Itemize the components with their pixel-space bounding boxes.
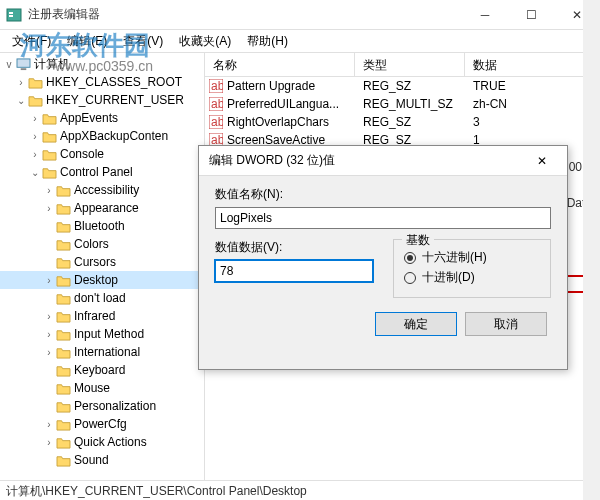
tree-label: Sound bbox=[74, 453, 109, 467]
expander-icon[interactable]: › bbox=[42, 347, 56, 358]
tree-label: International bbox=[74, 345, 140, 359]
tree-item[interactable]: Sound bbox=[0, 451, 204, 469]
menu-view[interactable]: 查看(V) bbox=[115, 31, 171, 52]
tree-label: Input Method bbox=[74, 327, 144, 341]
expander-icon[interactable]: › bbox=[42, 275, 56, 286]
tree-item[interactable]: ⌄Control Panel bbox=[0, 163, 204, 181]
radio-icon bbox=[404, 252, 416, 264]
tree-item[interactable]: ›Quick Actions bbox=[0, 433, 204, 451]
cancel-button[interactable]: 取消 bbox=[465, 312, 547, 336]
expander-icon[interactable]: › bbox=[42, 203, 56, 214]
tree-label: Bluetooth bbox=[74, 219, 125, 233]
value-row[interactable]: abRightOverlapCharsREG_SZ3 bbox=[205, 113, 600, 131]
tree-label: Control Panel bbox=[60, 165, 133, 179]
expander-icon[interactable]: › bbox=[42, 329, 56, 340]
ok-button[interactable]: 确定 bbox=[375, 312, 457, 336]
svg-text:ab: ab bbox=[211, 79, 223, 93]
value-type: REG_SZ bbox=[355, 79, 465, 93]
tree-label: Console bbox=[60, 147, 104, 161]
tree-item[interactable]: don't load bbox=[0, 289, 204, 307]
tree-label: Desktop bbox=[74, 273, 118, 287]
dialog-title: 编辑 DWORD (32 位)值 bbox=[209, 152, 527, 169]
tree-item[interactable]: Personalization bbox=[0, 397, 204, 415]
expander-icon[interactable]: › bbox=[28, 131, 42, 142]
tree-label: Keyboard bbox=[74, 363, 125, 377]
radio-hex[interactable]: 十六进制(H) bbox=[404, 249, 540, 266]
expander-icon[interactable]: ⌄ bbox=[28, 167, 42, 178]
tree-label: Infrared bbox=[74, 309, 115, 323]
tree-label: Appearance bbox=[74, 201, 139, 215]
tree-item[interactable]: ›Desktop bbox=[0, 271, 204, 289]
dialog-titlebar[interactable]: 编辑 DWORD (32 位)值 ✕ bbox=[199, 146, 567, 176]
menu-file[interactable]: 文件(F) bbox=[4, 31, 59, 52]
edit-dword-dialog: 编辑 DWORD (32 位)值 ✕ 数值名称(N): 数值数据(V): 基数 … bbox=[198, 145, 568, 370]
expander-icon[interactable]: › bbox=[42, 185, 56, 196]
col-data[interactable]: 数据 bbox=[465, 53, 600, 76]
expander-icon[interactable]: ⌄ bbox=[14, 95, 28, 106]
maximize-button[interactable]: ☐ bbox=[508, 0, 554, 30]
tree-label: Accessibility bbox=[74, 183, 139, 197]
tree-item[interactable]: ›AppEvents bbox=[0, 109, 204, 127]
tree-item[interactable]: ›AppXBackupConten bbox=[0, 127, 204, 145]
tree-label: Cursors bbox=[74, 255, 116, 269]
svg-rect-2 bbox=[9, 15, 13, 17]
base-legend: 基数 bbox=[402, 232, 434, 249]
expander-icon[interactable]: v bbox=[2, 59, 16, 70]
value-row[interactable]: abPreferredUILangua...REG_MULTI_SZzh-CN bbox=[205, 95, 600, 113]
tree-item[interactable]: ›HKEY_CLASSES_ROOT bbox=[0, 73, 204, 91]
value-data: zh-CN bbox=[465, 97, 600, 111]
tree-item[interactable]: ›Accessibility bbox=[0, 181, 204, 199]
value-name-input[interactable] bbox=[215, 207, 551, 229]
menu-help[interactable]: 帮助(H) bbox=[239, 31, 296, 52]
expander-icon[interactable]: › bbox=[42, 437, 56, 448]
tree-item[interactable]: ⌄HKEY_CURRENT_USER bbox=[0, 91, 204, 109]
tree-label: 计算机 bbox=[34, 56, 70, 73]
tree-item[interactable]: Colors bbox=[0, 235, 204, 253]
expander-icon[interactable]: › bbox=[42, 311, 56, 322]
tree-item[interactable]: ›Input Method bbox=[0, 325, 204, 343]
value-name: RightOverlapChars bbox=[227, 115, 329, 129]
tree-label: AppEvents bbox=[60, 111, 118, 125]
dialog-close-button[interactable]: ✕ bbox=[527, 154, 557, 168]
value-data: TRUE bbox=[465, 79, 600, 93]
expander-icon[interactable]: › bbox=[14, 77, 28, 88]
status-path: 计算机\HKEY_CURRENT_USER\Control Panel\Desk… bbox=[6, 484, 307, 498]
col-type[interactable]: 类型 bbox=[355, 53, 465, 76]
tree-item[interactable]: ›PowerCfg bbox=[0, 415, 204, 433]
tree-item[interactable]: Bluetooth bbox=[0, 217, 204, 235]
col-name[interactable]: 名称 bbox=[205, 53, 355, 76]
tree-label: Quick Actions bbox=[74, 435, 147, 449]
tree-item[interactable]: ›Appearance bbox=[0, 199, 204, 217]
tree-label: Colors bbox=[74, 237, 109, 251]
tree-item[interactable]: Cursors bbox=[0, 253, 204, 271]
minimize-button[interactable]: ─ bbox=[462, 0, 508, 30]
radio-icon bbox=[404, 272, 416, 284]
value-name: Pattern Upgrade bbox=[227, 79, 315, 93]
svg-rect-4 bbox=[21, 68, 27, 70]
svg-text:ab: ab bbox=[211, 97, 223, 111]
tree-root[interactable]: v 计算机 bbox=[0, 55, 204, 73]
radio-dec[interactable]: 十进制(D) bbox=[404, 269, 540, 286]
value-type: REG_MULTI_SZ bbox=[355, 97, 465, 111]
tree-item[interactable]: ›Console bbox=[0, 145, 204, 163]
expander-icon[interactable]: › bbox=[42, 419, 56, 430]
tree-label: Mouse bbox=[74, 381, 110, 395]
menubar: 文件(F) 编辑(E) 查看(V) 收藏夹(A) 帮助(H) bbox=[0, 30, 600, 52]
expander-icon[interactable]: › bbox=[28, 113, 42, 124]
tree-item[interactable]: Mouse bbox=[0, 379, 204, 397]
tree-item[interactable]: ›International bbox=[0, 343, 204, 361]
value-name: PreferredUILangua... bbox=[227, 97, 339, 111]
regedit-icon bbox=[6, 7, 22, 23]
value-row[interactable]: abPattern UpgradeREG_SZTRUE bbox=[205, 77, 600, 95]
tree-label: don't load bbox=[74, 291, 126, 305]
tree-item[interactable]: Keyboard bbox=[0, 361, 204, 379]
value-data-input[interactable] bbox=[215, 260, 373, 282]
window-title: 注册表编辑器 bbox=[28, 6, 462, 23]
titlebar: 注册表编辑器 ─ ☐ ✕ bbox=[0, 0, 600, 30]
registry-tree[interactable]: v 计算机 ›HKEY_CLASSES_ROOT⌄HKEY_CURRENT_US… bbox=[0, 53, 205, 480]
menu-favorites[interactable]: 收藏夹(A) bbox=[171, 31, 239, 52]
tree-item[interactable]: ›Infrared bbox=[0, 307, 204, 325]
menu-edit[interactable]: 编辑(E) bbox=[59, 31, 115, 52]
list-scrollbar[interactable] bbox=[583, 77, 600, 480]
expander-icon[interactable]: › bbox=[28, 149, 42, 160]
